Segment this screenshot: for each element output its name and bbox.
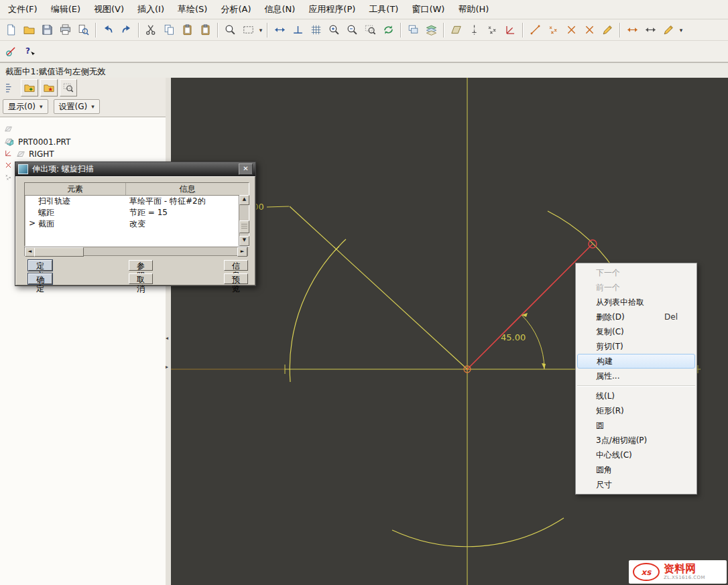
menu-tools[interactable]: 工具(T) [362,0,405,19]
menu-edit[interactable]: 编辑(E) [44,0,87,19]
context-item-properties[interactable]: 属性... [576,369,696,383]
scroll-down-icon[interactable] [239,236,249,246]
grid-display-icon[interactable] [307,21,325,39]
paste-icon[interactable] [178,21,196,39]
search-icon[interactable] [221,21,239,39]
tree-columns-icon[interactable] [1,79,19,96]
define-button[interactable]: 定义 [28,260,52,271]
selected-line-45deg[interactable] [467,244,593,369]
tree-item-partial-icon[interactable] [4,137,13,145]
constraint-display-icon[interactable] [289,21,307,39]
scrollbar-thumb[interactable] [239,220,249,233]
table-row[interactable]: 螺距 节距 = 15 [25,207,249,218]
scroll-right-icon[interactable] [237,247,247,257]
context-item-construction[interactable]: 构建 [577,354,695,369]
resize-tool-icon[interactable] [642,21,660,39]
angle-dimension-text[interactable]: 45.00 [501,332,526,342]
context-item-rectangle[interactable]: 矩形(R) [576,403,696,418]
menu-analysis[interactable]: 分析(A) [214,0,257,19]
paste-special-icon[interactable] [196,21,215,39]
context-item-dimension[interactable]: 尺寸 [576,477,696,492]
tree-item-right-plane[interactable]: RIGHT [0,148,166,160]
context-item-pick-from-list[interactable]: 从列表中拾取 [576,295,696,310]
tree-item-part[interactable]: PRT0001.PRT [0,136,166,148]
tree-item-partial-feature-icon[interactable] [4,161,13,170]
table-row-active[interactable]: >截面 改变 [25,218,249,230]
undo-icon[interactable] [99,21,117,39]
table-row[interactable]: 扫引轨迹 草绘平面 - 特征#2的 [25,196,249,207]
trim-tool-icon[interactable] [581,21,599,39]
folder-favorites-icon[interactable] [40,79,58,96]
tree-item-partial-icon[interactable] [4,149,13,157]
delete-segment-icon[interactable] [562,21,581,39]
point-tool-icon[interactable] [544,21,562,39]
select-box-dropdown-icon[interactable] [257,21,264,38]
dialog-title-bar[interactable]: 伸出项: 螺旋扫描 [15,162,255,176]
collapse-left-icon[interactable]: ◂ [166,336,168,341]
new-file-icon[interactable] [2,21,20,39]
context-item-circle[interactable]: 圆 [576,418,696,433]
cut-icon[interactable] [142,21,160,39]
menu-sketch[interactable]: 草绘(S) [171,0,214,19]
csys-icon[interactable] [501,21,520,39]
preview-button[interactable]: 预览 [224,273,248,284]
context-item-3point-tangent[interactable]: 3点/相切端(P) [576,433,696,448]
info-button[interactable]: 信息 [224,260,248,271]
vertical-scrollbar[interactable] [239,195,249,246]
zoom-out-icon[interactable] [343,21,361,39]
context-help-icon[interactable] [20,42,38,60]
open-folder-icon[interactable] [20,21,38,39]
diagonal-line[interactable] [290,206,467,369]
datum-plane-icon[interactable] [447,21,465,39]
menu-info[interactable]: 信息(N) [257,0,302,19]
scroll-up-icon[interactable] [239,195,249,205]
tree-item-partial-icon[interactable] [4,173,13,182]
redo-icon[interactable] [117,21,135,39]
dimension-display-icon[interactable] [271,21,289,39]
menu-applications[interactable]: 应用程序(P) [302,0,362,19]
modify-tool-dropdown-icon[interactable] [678,21,684,38]
save-icon[interactable] [38,21,56,39]
tree-item-partial-icon[interactable] [4,125,13,133]
sketcher-icon[interactable] [2,42,20,60]
menu-file[interactable]: 文件(F) [1,0,44,19]
settings-dropdown-button[interactable]: 设置(G) [54,99,100,114]
tree-search-icon[interactable] [60,79,77,96]
expand-right-icon[interactable]: ▸ [166,365,168,370]
datum-axis-icon[interactable] [465,21,483,39]
menu-window[interactable]: 窗口(W) [405,0,451,19]
horizontal-scrollbar[interactable] [24,247,248,256]
ok-button[interactable]: 确定 [28,273,52,284]
menu-help[interactable]: 帮助(H) [451,0,495,19]
layer-display-icon[interactable] [422,21,440,39]
copy-icon[interactable] [160,21,178,39]
modify-tool-icon[interactable] [660,21,678,39]
references-button[interactable]: 参照 [129,260,153,271]
menu-insert[interactable]: 插入(I) [131,0,171,19]
datum-point-icon[interactable] [483,21,501,39]
context-item-fillet[interactable]: 圆角 [576,462,696,477]
zoom-fit-icon[interactable] [361,21,379,39]
context-item-cut[interactable]: 剪切(T) [576,339,696,354]
dimension-tool-icon[interactable] [623,21,642,39]
show-dropdown-button[interactable]: 显示(0) [3,99,48,114]
palette-icon[interactable] [599,21,617,39]
scrollbar-thumb[interactable] [34,247,84,257]
saved-views-icon[interactable] [404,21,422,39]
arc-bottom[interactable] [392,518,564,547]
line-tool-icon[interactable] [526,21,544,39]
context-item-centerline[interactable]: 中心线(C) [576,448,696,462]
menu-view[interactable]: 视图(V) [87,0,131,19]
close-icon[interactable] [239,164,253,175]
select-box-icon[interactable] [239,21,257,39]
print-preview-icon[interactable] [74,21,93,39]
repaint-icon[interactable] [379,21,398,39]
context-item-copy[interactable]: 复制(C) [576,324,696,339]
arc-upper-left[interactable] [290,239,346,382]
context-item-delete[interactable]: 删除(D)Del [576,310,696,324]
print-icon[interactable] [56,21,74,39]
scroll-left-icon[interactable] [25,247,35,257]
folder-add-icon[interactable] [21,79,38,96]
cancel-button[interactable]: 取消 [129,273,153,284]
zoom-in-icon[interactable] [325,21,343,39]
